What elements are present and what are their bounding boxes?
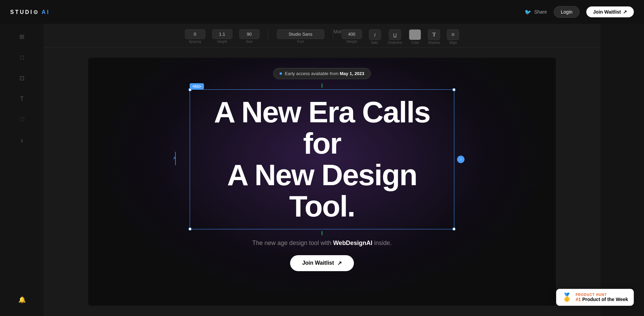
login-label: Login bbox=[561, 9, 572, 15]
join-waitlist-nav-arrow: ↗ bbox=[623, 9, 627, 15]
twitter-icon: 🐦 bbox=[525, 9, 531, 15]
handle-bottom-left[interactable] bbox=[189, 228, 191, 230]
image-icon[interactable]: ⊡ bbox=[16, 72, 28, 84]
underline-label: Underline bbox=[388, 41, 402, 45]
right-nav-arrow[interactable]: › bbox=[457, 156, 465, 163]
italic-icon: I bbox=[369, 29, 381, 40]
size-value[interactable]: 90 bbox=[239, 29, 260, 39]
weight-label: Weight bbox=[346, 40, 357, 43]
text-selection-container: <h1> A A New Era Calls bbox=[190, 89, 454, 229]
logo-text: STUDI⊙ AI bbox=[10, 9, 50, 15]
ph-title: #1 Product of the Week bbox=[575, 297, 628, 302]
subtitle-brand: WebDesignAI bbox=[333, 240, 373, 246]
subtitle-text: The new age design tool with bbox=[252, 240, 333, 246]
share-button[interactable]: 🐦 Share bbox=[525, 9, 547, 15]
spacing-value[interactable]: 0 bbox=[185, 29, 205, 39]
separator-2 bbox=[333, 29, 333, 39]
pill-label: Early access available from bbox=[285, 71, 340, 76]
ph-label: PRODUCT HUNT bbox=[575, 293, 628, 297]
height-label: Height bbox=[217, 40, 227, 43]
tool-controls: 0 Spacing 1.1 Height 90 Size Studio Sans… bbox=[44, 29, 600, 45]
ph-content: PRODUCT HUNT #1 Product of the Week bbox=[575, 293, 628, 302]
ph-title-suffix: Product of the Week bbox=[582, 297, 628, 302]
frame-icon[interactable]: ⊞ bbox=[16, 31, 28, 43]
toolbar: Box Text Motion 0 Spacing 1.1 Height 90 … bbox=[44, 24, 600, 48]
nav-right: 🐦 Share Login Join Waitlist ↗ bbox=[525, 6, 634, 18]
separator-1 bbox=[268, 29, 268, 39]
left-sidebar: ⊞ □ ⊡ T ♡ › 🔔 bbox=[0, 24, 44, 316]
align-icon: ≡ bbox=[447, 29, 459, 40]
announcement-pill: Early access available from May 1, 2023 bbox=[273, 68, 371, 79]
canvas-area: Early access available from May 1, 2023 … bbox=[44, 48, 600, 316]
font-label: Font bbox=[297, 40, 304, 43]
svg-text:A: A bbox=[173, 156, 176, 160]
join-waitlist-canvas-arrow: ↗ bbox=[337, 260, 342, 266]
logo: STUDI⊙ AI bbox=[10, 9, 50, 15]
h1-badge: <h1> bbox=[190, 83, 204, 89]
font-value[interactable]: Studio Sans bbox=[277, 29, 324, 39]
product-hunt-badge[interactable]: 🥇 PRODUCT HUNT #1 Product of the Week bbox=[556, 289, 634, 306]
right-sidebar bbox=[600, 24, 644, 316]
join-waitlist-nav-button[interactable]: Join Waitlist ↗ bbox=[586, 6, 634, 17]
weight-field: 400 Weight bbox=[342, 29, 362, 43]
pill-text: Early access available from May 1, 2023 bbox=[285, 71, 364, 76]
left-guide-icon: A bbox=[173, 152, 178, 167]
italic-button[interactable]: I Italic bbox=[369, 29, 381, 45]
height-field: 1.1 Height bbox=[212, 29, 232, 43]
size-label: Size bbox=[246, 40, 252, 43]
handle-bottom-right[interactable] bbox=[453, 228, 455, 230]
italic-label: Italic bbox=[371, 41, 378, 45]
size-field: 90 Size bbox=[239, 29, 260, 43]
spacing-label: Spacing bbox=[189, 40, 201, 43]
hero-heading: A New Era Calls for A New Design Tool. bbox=[200, 96, 444, 222]
spacing-field: 0 Spacing bbox=[185, 29, 205, 43]
font-field: Studio Sans Font bbox=[277, 29, 324, 43]
selection-box[interactable]: A New Era Calls for A New Design Tool. bbox=[190, 89, 454, 229]
text-icon[interactable]: T bbox=[16, 93, 28, 105]
color-button[interactable]: Color bbox=[409, 29, 421, 45]
navbar: STUDI⊙ AI 🐦 Share Login Join Waitlist ↗ bbox=[0, 0, 644, 24]
login-button[interactable]: Login bbox=[554, 6, 580, 18]
subtitle: The new age design tool with WebDesignAI… bbox=[252, 240, 392, 247]
color-label: Color bbox=[411, 41, 419, 45]
align-label: Align bbox=[449, 41, 457, 45]
weight-value[interactable]: 400 bbox=[342, 29, 362, 39]
color-icon bbox=[409, 29, 421, 40]
shadow-button[interactable]: T Shadow bbox=[428, 29, 440, 45]
tick-top bbox=[322, 84, 322, 88]
bell-icon[interactable]: 🔔 bbox=[16, 294, 28, 306]
chevron-right-icon[interactable]: › bbox=[16, 134, 28, 146]
pill-dot bbox=[280, 72, 282, 75]
ph-medal-icon: 🥇 bbox=[562, 293, 572, 302]
height-value[interactable]: 1.1 bbox=[212, 29, 232, 39]
join-waitlist-canvas-button[interactable]: Join Waitlist ↗ bbox=[290, 255, 354, 271]
rectangle-icon[interactable]: □ bbox=[16, 51, 28, 64]
hero-line1: A New Era Calls for bbox=[214, 95, 430, 160]
heart-icon[interactable]: ♡ bbox=[16, 113, 28, 126]
pill-date: May 1, 2023 bbox=[340, 71, 364, 76]
join-waitlist-nav-label: Join Waitlist bbox=[593, 9, 621, 15]
underline-button[interactable]: U Underline bbox=[388, 29, 402, 45]
join-waitlist-canvas-label: Join Waitlist bbox=[302, 260, 334, 266]
canvas: Early access available from May 1, 2023 … bbox=[88, 58, 556, 306]
subtitle-end: inside. bbox=[372, 240, 392, 246]
shadow-label: Shadow bbox=[428, 41, 440, 45]
hero-line2: A New Design Tool. bbox=[227, 158, 417, 223]
tick-bottom bbox=[322, 231, 322, 235]
align-button[interactable]: ≡ Align bbox=[447, 29, 459, 45]
ph-title-prefix: #1 bbox=[575, 297, 582, 302]
share-label: Share bbox=[534, 9, 547, 15]
handle-top-right[interactable] bbox=[453, 88, 455, 91]
shadow-icon: T bbox=[428, 29, 440, 40]
underline-icon: U bbox=[389, 29, 401, 40]
